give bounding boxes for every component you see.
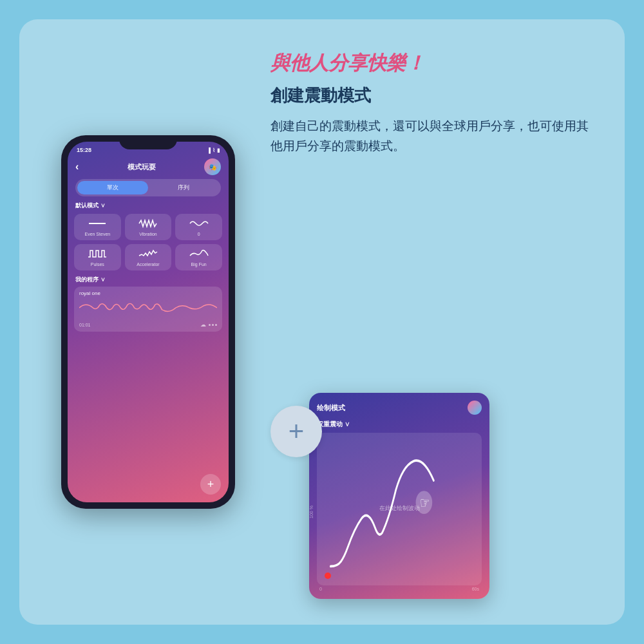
status-time: 15:28 bbox=[77, 147, 91, 153]
mode-icon-wave bbox=[189, 219, 209, 229]
waveform-svg bbox=[79, 299, 217, 317]
mode-icon-vibration bbox=[138, 219, 158, 229]
back-button[interactable]: ‹ bbox=[75, 161, 79, 173]
program-title: royal one bbox=[79, 290, 217, 296]
mode-vibration[interactable]: Vibration bbox=[125, 214, 172, 240]
default-modes-label[interactable]: 默认模式 ∨ bbox=[68, 202, 229, 214]
phone-mockup: 15:28 ▐ ⌇ ▮ ‹ 模式玩耍 🎭 單次 序列 bbox=[61, 135, 235, 509]
draw-card-title: 绘制模式 bbox=[317, 403, 345, 413]
overlay-area: + 绘制模式 双重震动 ∨ 100 % 在此处绘制波动 bbox=[270, 393, 599, 599]
description: 創建自己的震動模式，還可以與全球用戶分享，也可使用其他用戶分享的震動模式。 bbox=[270, 116, 599, 156]
dot3 bbox=[215, 324, 217, 326]
tab-sequence[interactable]: 序列 bbox=[148, 181, 219, 194]
battery-icon: ▮ bbox=[217, 147, 220, 153]
phone-fab-button[interactable]: + bbox=[200, 474, 221, 495]
mode-name-accelerator: Accelerator bbox=[137, 262, 159, 267]
svg-text:☞: ☞ bbox=[420, 494, 430, 511]
mode-even-steven[interactable]: Even Steven bbox=[74, 214, 121, 240]
dot1 bbox=[209, 324, 211, 326]
draw-card-avatar bbox=[468, 401, 482, 415]
y-axis-label: 100 % bbox=[309, 506, 314, 518]
program-card[interactable]: royal one 01:01 ☁ bbox=[74, 287, 222, 332]
red-dot bbox=[325, 573, 331, 579]
phone-header: ‹ 模式玩耍 🎭 bbox=[68, 156, 229, 179]
mode-name-even-steven: Even Steven bbox=[84, 232, 110, 236]
mode-name-pulses: Pulses bbox=[91, 262, 104, 267]
cloud-icon[interactable]: ☁ bbox=[200, 321, 206, 328]
phone-wrapper: 15:28 ▐ ⌇ ▮ ‹ 模式玩耍 🎭 單次 序列 bbox=[45, 45, 251, 599]
x-end: 60s bbox=[472, 587, 479, 591]
my-programs-label[interactable]: 我的程序 ∨ bbox=[68, 276, 229, 287]
mode-accelerator[interactable]: Accelerator bbox=[125, 244, 172, 270]
mode-wave[interactable]: 0 bbox=[175, 214, 222, 240]
screen-title: 模式玩耍 bbox=[128, 162, 156, 172]
draw-card-header: 绘制模式 bbox=[317, 401, 482, 415]
program-time: 01:01 bbox=[79, 323, 91, 327]
program-footer: 01:01 ☁ bbox=[79, 319, 217, 328]
plus-button[interactable]: + bbox=[270, 406, 322, 457]
mode-pulses[interactable]: Pulses bbox=[74, 244, 121, 270]
draw-mode-label[interactable]: 双重震动 ∨ bbox=[317, 420, 482, 429]
main-card: 15:28 ▐ ⌇ ▮ ‹ 模式玩耍 🎭 單次 序列 bbox=[19, 19, 625, 625]
tagline: 與他人分享快樂！ bbox=[270, 52, 599, 75]
user-avatar[interactable]: 🎭 bbox=[204, 158, 221, 175]
mode-icon-accelerator bbox=[138, 249, 158, 260]
tab-bar: 單次 序列 bbox=[75, 179, 221, 196]
draw-card: 绘制模式 双重震动 ∨ 100 % 在此处绘制波动 bbox=[309, 393, 489, 599]
tab-single[interactable]: 單次 bbox=[77, 181, 148, 194]
draw-canvas[interactable]: 在此处绘制波动 ☞ bbox=[317, 433, 482, 585]
program-actions: ☁ bbox=[200, 321, 217, 328]
wifi-icon: ⌇ bbox=[213, 147, 215, 153]
phone-notch bbox=[119, 135, 177, 149]
cursor-icon: ☞ bbox=[416, 491, 433, 514]
dot2 bbox=[212, 324, 214, 326]
mode-big-fun[interactable]: Big Fun bbox=[175, 244, 222, 270]
signal-icon: ▐ bbox=[207, 147, 211, 153]
mode-name-big-fun: Big Fun bbox=[191, 262, 207, 267]
mode-icon-pulses bbox=[88, 249, 107, 260]
phone-screen: 15:28 ▐ ⌇ ▮ ‹ 模式玩耍 🎭 單次 序列 bbox=[68, 142, 229, 502]
modes-grid: Even Steven Vibration bbox=[68, 214, 229, 276]
main-heading: 創建震動模式 bbox=[270, 85, 599, 107]
right-panel: 與他人分享快樂！ 創建震動模式 創建自己的震動模式，還可以與全球用戶分享，也可使… bbox=[270, 45, 599, 599]
mode-name-vibration: Vibration bbox=[139, 232, 157, 236]
status-icons: ▐ ⌇ ▮ bbox=[207, 147, 220, 153]
mode-icon-big-fun bbox=[189, 249, 209, 260]
mode-name-wave: 0 bbox=[198, 232, 200, 236]
x-start: 0 bbox=[319, 587, 322, 591]
x-axis: 0 60s bbox=[317, 585, 482, 591]
mode-icon-even-steven bbox=[88, 219, 107, 229]
